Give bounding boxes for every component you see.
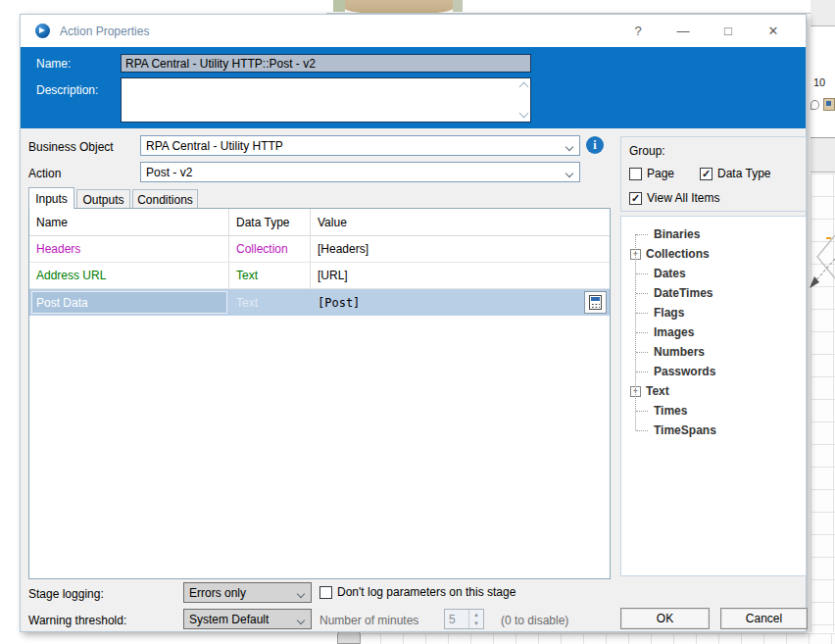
background-panel-header [810,137,835,173]
calculator-icon [589,295,602,310]
table-row[interactable]: Address URL Text [URL] [29,263,610,289]
maximize-icon[interactable]: □ [706,17,751,46]
param-value[interactable]: [Headers] [311,236,610,262]
tree-item-dates[interactable]: Dates [621,264,806,283]
ok-button[interactable]: OK [620,608,710,629]
param-datatype: Text [229,289,311,316]
column-header-name: Name [29,209,229,235]
business-object-label: Business Object [28,140,114,154]
screen: 10 Action Properties ? — □ ✕ Name: Descr… [0,0,835,644]
background-camera-icon [823,98,835,111]
spinner-up-icon[interactable]: ▲ [469,610,483,619]
action-stage-icon [35,24,50,38]
warning-threshold-value: System Default [189,613,269,626]
tree-item-binaries[interactable]: Binaries [621,224,806,244]
tab-inputs[interactable]: Inputs [28,187,74,209]
spinner-down-icon[interactable]: ▼ [469,619,483,629]
background-photo-edge [453,0,463,12]
dont-log-label: Don't log parameters on this stage [337,585,516,599]
info-icon[interactable]: i [586,136,604,154]
tree-item-passwords[interactable]: Passwords [621,362,806,381]
warning-threshold-dropdown[interactable]: System Default [183,609,312,629]
checkbox-data-type[interactable]: ✓ Data Type [700,167,770,180]
tab-conditions[interactable]: Conditions [132,189,198,209]
data-items-tree: Binaries +Collections Dates DateTimes Fl… [621,217,806,440]
business-object-value: RPA Central - Utility HTTP [146,139,283,153]
param-name: Headers [29,236,229,262]
name-label: Name: [36,57,71,71]
number-of-minutes-label: Number of minutes [319,614,418,627]
stage-logging-dropdown[interactable]: Errors only [183,582,312,603]
action-label: Action [28,167,61,180]
stage-logging-value: Errors only [189,586,246,600]
help-icon[interactable]: ? [615,17,661,46]
action-dropdown[interactable]: Post - v2 [140,162,580,182]
description-label: Description: [36,83,98,97]
checkbox-label: Data Type [717,167,770,180]
minutes-spinner[interactable]: 5 ▲ ▼ [444,609,484,629]
title-bar[interactable]: Action Properties ? — □ ✕ [21,15,806,47]
close-icon[interactable]: ✕ [751,17,796,46]
tree-item-collections[interactable]: +Collections [621,244,806,264]
checkbox-label: View All Items [647,191,719,205]
cancel-button[interactable]: Cancel [720,608,808,629]
chevron-down-icon [565,170,573,177]
table-row[interactable]: Headers Collection [Headers] [29,236,610,263]
description-field-wrap [121,77,531,123]
data-items-tree-panel: Binaries +Collections Dates DateTimes Fl… [620,216,807,576]
name-field[interactable] [121,54,531,73]
tree-item-text[interactable]: +Text [621,381,806,401]
tree-item-numbers[interactable]: Numbers [621,342,806,362]
checkbox-view-all-items[interactable]: ✓ View All Items [629,191,719,205]
table-header-row: Name Data Type Value [29,209,610,236]
background-stage-shape [337,630,361,644]
disable-hint: (0 to disable) [501,614,568,627]
business-object-dropdown[interactable]: RPA Central - Utility HTTP [140,135,580,156]
checkbox-checked-icon[interactable]: ✓ [629,192,642,205]
action-properties-dialog: Action Properties ? — □ ✕ Name: Descript… [20,14,807,632]
chevron-down-icon [297,617,305,624]
param-value[interactable]: [Post] [311,289,610,316]
table-row-selected[interactable]: Post Data Text [Post] [29,289,610,316]
expression-builder-button[interactable] [584,291,607,314]
checkbox-unchecked-icon[interactable] [319,586,332,599]
background-toolbar-icon [810,100,819,110]
dont-log-checkbox[interactable]: Don't log parameters on this stage [319,585,516,599]
dialog-header: Name: Description: [21,47,806,128]
background-decision-shape [808,231,835,292]
param-name[interactable]: Post Data [31,291,227,314]
action-value: Post - v2 [146,166,192,179]
param-datatype: Collection [229,236,311,262]
minutes-value[interactable]: 5 [445,610,468,628]
stage-logging-label: Stage logging: [28,587,104,601]
group-label: Group: [629,144,665,158]
checkbox-unchecked-icon[interactable] [629,168,642,180]
background-photo [345,0,453,14]
checkbox-checked-icon[interactable]: ✓ [700,168,712,180]
checkbox-page[interactable]: Page [629,167,674,180]
window-title: Action Properties [60,25,149,38]
param-name: Address URL [29,263,229,288]
tree-item-times[interactable]: Times [621,401,806,421]
tree-item-datetimes[interactable]: DateTimes [621,283,806,303]
description-field[interactable] [122,78,530,122]
background-grid [358,633,835,644]
column-header-value: Value [311,209,610,235]
warning-threshold-label: Warning threshold: [28,614,126,627]
tree-item-images[interactable]: Images [621,322,806,342]
param-value[interactable]: [URL] [311,263,610,288]
background-panel-corner [810,0,835,26]
tree-line [635,234,636,430]
column-header-datatype: Data Type [229,209,311,235]
tab-outputs[interactable]: Outputs [76,189,130,209]
inputs-table: Name Data Type Value Headers Collection … [28,208,611,579]
chevron-down-icon [297,590,305,598]
tree-item-flags[interactable]: Flags [621,303,806,322]
background-photo-edge [333,0,345,12]
chevron-down-icon [565,143,573,151]
checkbox-label: Page [647,167,674,180]
param-datatype: Text [229,263,311,288]
group-panel: Group: Page ✓ Data Type ✓ View All Items [620,136,807,212]
tree-item-timespans[interactable]: TimeSpans [621,421,806,440]
minimize-icon[interactable]: — [661,17,706,46]
